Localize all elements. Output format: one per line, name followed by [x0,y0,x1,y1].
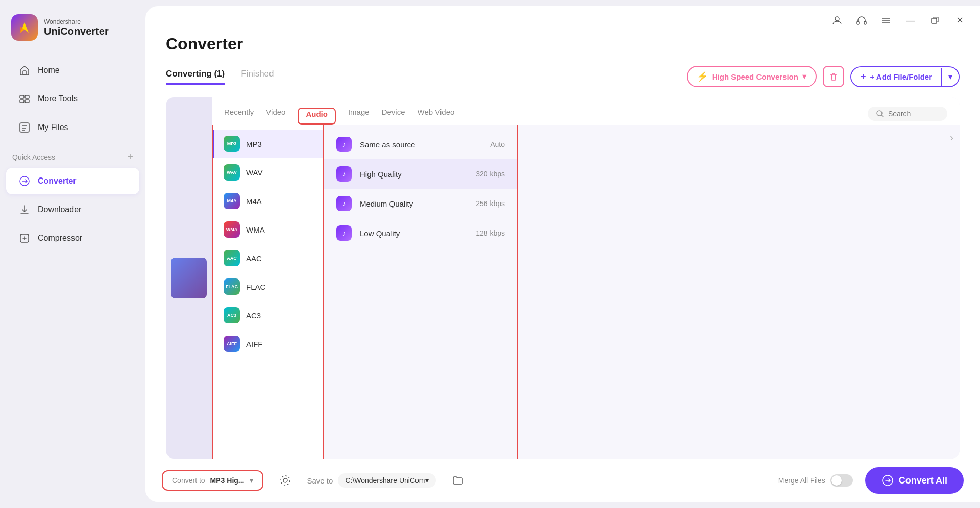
format-tab-image[interactable]: Image [348,108,370,124]
convert-to-label: Convert to [172,476,205,485]
plus-icon: + [861,71,866,82]
sidebar-item-more-tools[interactable]: More Tools [6,86,139,112]
user-icon-button[interactable] [829,12,845,29]
merge-label: Merge All Files [778,476,825,485]
quality-item-same-as-source[interactable]: ♪ Same as source Auto [324,130,517,159]
chevron-right-icon: › [950,132,953,143]
convert-to-section: Convert to MP3 Hig... ▾ [162,470,263,491]
convert-all-button[interactable]: Convert All [865,467,964,494]
file-thumbnail-strip [166,97,212,459]
svg-rect-2 [23,71,26,75]
svg-rect-7 [20,123,29,132]
convert-to-arrow-icon[interactable]: ▾ [250,476,253,485]
format-item-aac[interactable]: AAC AAC [213,244,323,272]
format-tab-device[interactable]: Device [382,108,405,124]
quality-music-icon: ♪ [336,137,352,152]
save-to-section: Save to C:\Wondershare UniCom▾ [307,473,436,488]
headphones-icon-button[interactable] [853,12,870,29]
format-picker-panel: Recently Video Audio Image Device [212,97,960,459]
home-icon [18,64,31,77]
sidebar-item-downloader-label: Downloader [38,205,81,214]
quality-low-icon: ♪ [336,225,352,241]
format-item-m4a[interactable]: M4A M4A [213,187,323,215]
add-file-button[interactable]: + + Add File/Folder ▾ [850,66,960,87]
svg-point-21 [283,478,287,482]
sidebar-item-downloader[interactable]: Downloader [6,196,139,223]
tab-converting[interactable]: Converting (1) [166,69,225,85]
file-thumbnail [171,258,207,298]
sidebar-item-my-files-label: My Files [38,123,68,132]
menu-icon-button[interactable] [878,12,894,29]
format-body: MP3 MP3 WAV WAV M4A M4A WMA [212,125,960,459]
search-input[interactable] [888,110,939,118]
folder-icon-button[interactable] [448,471,468,490]
svg-point-13 [835,17,839,21]
file-area: Recently Video Audio Image Device [166,97,960,459]
merge-section: Merge All Files [778,474,853,487]
sidebar-item-my-files[interactable]: My Files [6,114,139,141]
sidebar-item-compressor-label: Compressor [38,234,82,243]
format-tab-recently[interactable]: Recently [224,108,254,124]
sidebar-item-compressor[interactable]: Compressor [6,225,139,251]
quality-panel: ♪ Same as source Auto ♪ High Quality 320… [324,125,518,459]
my-files-icon [18,121,31,134]
converter-icon [18,175,31,187]
merge-toggle[interactable] [830,474,853,487]
quality-medium-icon: ♪ [336,196,352,211]
sidebar-item-home[interactable]: Home [6,57,139,84]
save-to-path-text: C:\Wondershare UniCom▾ [345,476,428,485]
format-item-aiff[interactable]: AIFF AIFF [213,329,323,358]
quick-access-section: Quick Access + [0,142,145,167]
chevron-down-icon: ▾ [802,72,806,81]
sidebar-item-converter[interactable]: Converter [6,168,139,194]
format-item-wav[interactable]: WAV WAV [213,158,323,187]
wav-format-icon: WAV [224,164,240,181]
sidebar-item-converter-label: Converter [38,176,77,186]
more-tools-icon [18,93,31,105]
high-speed-conversion-button[interactable]: ⚡ High Speed Conversion ▾ [687,66,817,87]
compressor-icon [18,232,31,244]
add-file-main[interactable]: + + Add File/Folder [851,67,941,86]
logo-area: Wondershare UniConverter [0,9,145,56]
format-search-box[interactable] [868,107,947,121]
format-tab-web-video[interactable]: Web Video [418,108,455,124]
format-list: MP3 MP3 WAV WAV M4A M4A WMA [212,125,324,459]
save-to-path-button[interactable]: C:\Wondershare UniCom▾ [338,473,435,488]
svg-rect-5 [20,100,24,103]
settings-icon [280,475,291,486]
close-button[interactable]: ✕ [951,12,968,29]
downloader-icon [18,204,31,216]
format-tab-video[interactable]: Video [266,108,285,124]
minimize-button[interactable]: — [902,12,919,29]
tab-finished[interactable]: Finished [241,69,274,85]
format-right-spacer: › [518,125,960,459]
bottom-bar: Convert to MP3 Hig... ▾ Save to C:\Wonde… [145,459,980,502]
tabs-bar: Converting (1) Finished ⚡ High Speed Con… [166,66,960,87]
quick-access-add-button[interactable]: + [127,151,133,163]
quality-item-low[interactable]: ♪ Low Quality 128 kbps [324,218,517,248]
svg-rect-6 [25,100,29,103]
lightning-icon: ⚡ [697,71,708,82]
quality-item-medium[interactable]: ♪ Medium Quality 256 kbps [324,189,517,218]
format-item-ac3[interactable]: AC3 AC3 [213,301,323,329]
format-item-mp3[interactable]: MP3 MP3 [213,130,323,158]
flac-format-icon: FLAC [224,278,240,295]
add-file-arrow-button[interactable]: ▾ [941,68,959,86]
tab-actions: ⚡ High Speed Conversion ▾ + + Add File/F… [687,66,960,87]
format-tabs-bar: Recently Video Audio Image Device [212,97,960,125]
quality-item-high[interactable]: ♪ High Quality 320 kbps [324,159,517,189]
delete-button[interactable] [823,66,844,87]
format-tab-audio[interactable]: Audio [298,108,336,125]
app-brand: Wondershare [44,18,109,26]
restore-button[interactable] [927,12,943,29]
search-icon [876,110,884,118]
format-item-flac[interactable]: FLAC FLAC [213,272,323,301]
sidebar-item-home-label: Home [38,66,60,75]
settings-icon-button[interactable] [276,471,295,490]
convert-to-value: MP3 Hig... [210,476,244,485]
aac-format-icon: AAC [224,250,240,266]
svg-rect-4 [25,95,29,98]
save-to-label: Save to [307,476,333,485]
format-item-wma[interactable]: WMA WMA [213,215,323,244]
sidebar-item-more-tools-label: More Tools [38,94,78,104]
